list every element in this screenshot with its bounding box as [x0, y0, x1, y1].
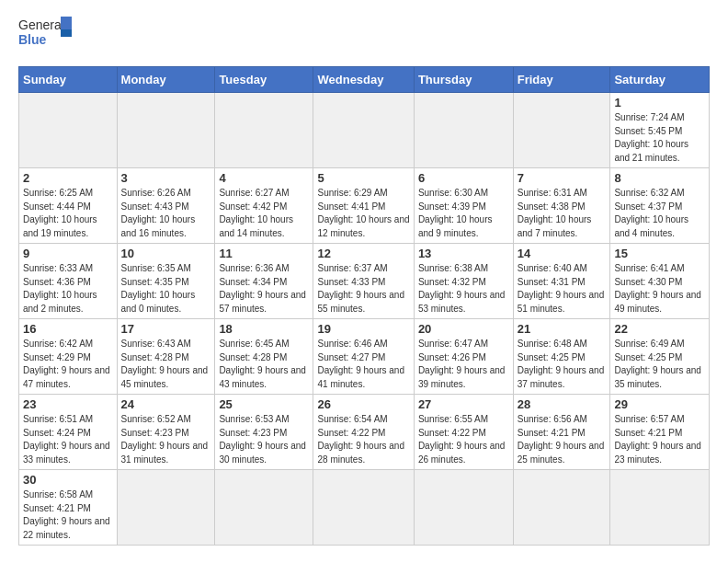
day-number: 5 — [317, 171, 409, 185]
col-header-tuesday: Tuesday — [215, 67, 313, 93]
day-info: Sunrise: 6:40 AM Sunset: 4:31 PM Dayligh… — [518, 262, 607, 316]
day-info: Sunrise: 6:31 AM Sunset: 4:38 PM Dayligh… — [518, 187, 607, 240]
col-header-saturday: Saturday — [610, 67, 710, 93]
day-info: Sunrise: 6:25 AM Sunset: 4:44 PM Dayligh… — [23, 187, 113, 240]
day-number: 22 — [614, 322, 705, 336]
day-number: 29 — [614, 397, 705, 411]
day-info: Sunrise: 6:45 AM Sunset: 4:28 PM Dayligh… — [219, 338, 309, 391]
calendar-cell: 3Sunrise: 6:26 AM Sunset: 4:43 PM Daylig… — [117, 168, 215, 244]
calendar-cell — [313, 93, 414, 168]
calendar-cell: 23Sunrise: 6:51 AM Sunset: 4:24 PM Dayli… — [19, 395, 118, 470]
calendar-cell: 27Sunrise: 6:55 AM Sunset: 4:22 PM Dayli… — [414, 395, 513, 470]
day-number: 17 — [121, 322, 211, 336]
calendar-cell: 26Sunrise: 6:54 AM Sunset: 4:22 PM Dayli… — [313, 395, 414, 470]
calendar-cell — [414, 470, 513, 546]
day-info: Sunrise: 6:29 AM Sunset: 4:41 PM Dayligh… — [317, 187, 409, 240]
day-info: Sunrise: 6:57 AM Sunset: 4:21 PM Dayligh… — [614, 413, 705, 466]
calendar-cell: 29Sunrise: 6:57 AM Sunset: 4:21 PM Dayli… — [610, 395, 710, 470]
calendar-cell: 7Sunrise: 6:31 AM Sunset: 4:38 PM Daylig… — [513, 168, 610, 244]
day-info: Sunrise: 6:41 AM Sunset: 4:30 PM Dayligh… — [614, 262, 705, 316]
day-info: Sunrise: 6:35 AM Sunset: 4:35 PM Dayligh… — [121, 262, 211, 316]
calendar-cell — [19, 93, 118, 168]
day-number: 7 — [518, 171, 607, 185]
calendar-cell: 25Sunrise: 6:53 AM Sunset: 4:23 PM Dayli… — [215, 395, 313, 470]
day-info: Sunrise: 6:38 AM Sunset: 4:32 PM Dayligh… — [418, 262, 509, 316]
day-number: 28 — [518, 397, 607, 411]
calendar-cell: 12Sunrise: 6:37 AM Sunset: 4:33 PM Dayli… — [313, 244, 414, 319]
day-number: 14 — [518, 247, 607, 260]
svg-marker-2 — [61, 17, 72, 29]
generalblue-logo-icon: General Blue — [18, 15, 74, 55]
day-number: 23 — [23, 397, 113, 411]
day-number: 18 — [219, 322, 309, 336]
week-row-2: 2Sunrise: 6:25 AM Sunset: 4:44 PM Daylig… — [19, 168, 710, 244]
week-row-5: 23Sunrise: 6:51 AM Sunset: 4:24 PM Dayli… — [19, 395, 710, 470]
svg-text:General: General — [18, 17, 64, 32]
calendar-cell: 8Sunrise: 6:32 AM Sunset: 4:37 PM Daylig… — [610, 168, 710, 244]
calendar-cell: 17Sunrise: 6:43 AM Sunset: 4:28 PM Dayli… — [117, 319, 215, 395]
day-info: Sunrise: 6:42 AM Sunset: 4:29 PM Dayligh… — [23, 338, 113, 391]
calendar-cell: 2Sunrise: 6:25 AM Sunset: 4:44 PM Daylig… — [19, 168, 118, 244]
logo: General Blue — [18, 15, 74, 55]
calendar-cell: 13Sunrise: 6:38 AM Sunset: 4:32 PM Dayli… — [414, 244, 513, 319]
calendar-cell: 28Sunrise: 6:56 AM Sunset: 4:21 PM Dayli… — [513, 395, 610, 470]
header: General Blue — [18, 15, 710, 55]
calendar-cell: 18Sunrise: 6:45 AM Sunset: 4:28 PM Dayli… — [215, 319, 313, 395]
day-number: 9 — [23, 247, 113, 260]
svg-text:Blue: Blue — [18, 32, 47, 47]
calendar-cell: 16Sunrise: 6:42 AM Sunset: 4:29 PM Dayli… — [19, 319, 118, 395]
calendar-cell: 19Sunrise: 6:46 AM Sunset: 4:27 PM Dayli… — [313, 319, 414, 395]
day-info: Sunrise: 7:24 AM Sunset: 5:45 PM Dayligh… — [614, 111, 705, 165]
calendar-cell: 14Sunrise: 6:40 AM Sunset: 4:31 PM Dayli… — [513, 244, 610, 319]
day-number: 13 — [418, 247, 509, 260]
calendar-cell — [313, 470, 414, 546]
day-info: Sunrise: 6:48 AM Sunset: 4:25 PM Dayligh… — [518, 338, 607, 391]
day-number: 12 — [317, 247, 409, 260]
day-info: Sunrise: 6:32 AM Sunset: 4:37 PM Dayligh… — [614, 187, 705, 240]
calendar-cell: 10Sunrise: 6:35 AM Sunset: 4:35 PM Dayli… — [117, 244, 215, 319]
col-header-thursday: Thursday — [414, 67, 513, 93]
day-info: Sunrise: 6:56 AM Sunset: 4:21 PM Dayligh… — [518, 413, 607, 466]
calendar-cell: 30Sunrise: 6:58 AM Sunset: 4:21 PM Dayli… — [19, 470, 118, 546]
calendar-cell — [215, 93, 313, 168]
day-info: Sunrise: 6:49 AM Sunset: 4:25 PM Dayligh… — [614, 338, 705, 391]
day-info: Sunrise: 6:43 AM Sunset: 4:28 PM Dayligh… — [121, 338, 211, 391]
calendar-cell — [513, 470, 610, 546]
day-number: 25 — [219, 397, 309, 411]
page: General Blue SundayMondayTuesdayWednesda… — [0, 0, 728, 560]
day-number: 10 — [121, 247, 211, 260]
day-number: 1 — [614, 96, 705, 109]
calendar-header-row: SundayMondayTuesdayWednesdayThursdayFrid… — [19, 67, 710, 93]
week-row-1: 1Sunrise: 7:24 AM Sunset: 5:45 PM Daylig… — [19, 93, 710, 168]
day-info: Sunrise: 6:33 AM Sunset: 4:36 PM Dayligh… — [23, 262, 113, 316]
week-row-4: 16Sunrise: 6:42 AM Sunset: 4:29 PM Dayli… — [19, 319, 710, 395]
day-info: Sunrise: 6:47 AM Sunset: 4:26 PM Dayligh… — [418, 338, 509, 391]
calendar-cell: 9Sunrise: 6:33 AM Sunset: 4:36 PM Daylig… — [19, 244, 118, 319]
svg-marker-3 — [61, 29, 72, 37]
col-header-wednesday: Wednesday — [313, 67, 414, 93]
day-info: Sunrise: 6:36 AM Sunset: 4:34 PM Dayligh… — [219, 262, 309, 316]
col-header-sunday: Sunday — [19, 67, 118, 93]
calendar: SundayMondayTuesdayWednesdayThursdayFrid… — [18, 66, 710, 546]
day-number: 11 — [219, 247, 309, 260]
day-info: Sunrise: 6:53 AM Sunset: 4:23 PM Dayligh… — [219, 413, 309, 466]
day-info: Sunrise: 6:26 AM Sunset: 4:43 PM Dayligh… — [121, 187, 211, 240]
calendar-cell: 1Sunrise: 7:24 AM Sunset: 5:45 PM Daylig… — [610, 93, 710, 168]
calendar-cell — [513, 93, 610, 168]
day-number: 16 — [23, 322, 113, 336]
day-info: Sunrise: 6:30 AM Sunset: 4:39 PM Dayligh… — [418, 187, 509, 240]
day-info: Sunrise: 6:46 AM Sunset: 4:27 PM Dayligh… — [317, 338, 409, 391]
day-number: 2 — [23, 171, 113, 185]
day-number: 15 — [614, 247, 705, 260]
calendar-cell: 21Sunrise: 6:48 AM Sunset: 4:25 PM Dayli… — [513, 319, 610, 395]
calendar-cell: 22Sunrise: 6:49 AM Sunset: 4:25 PM Dayli… — [610, 319, 710, 395]
day-number: 24 — [121, 397, 211, 411]
day-info: Sunrise: 6:58 AM Sunset: 4:21 PM Dayligh… — [23, 488, 113, 542]
day-number: 26 — [317, 397, 409, 411]
calendar-cell: 24Sunrise: 6:52 AM Sunset: 4:23 PM Dayli… — [117, 395, 215, 470]
day-number: 30 — [23, 473, 113, 487]
week-row-3: 9Sunrise: 6:33 AM Sunset: 4:36 PM Daylig… — [19, 244, 710, 319]
day-number: 6 — [418, 171, 509, 185]
day-number: 20 — [418, 322, 509, 336]
day-info: Sunrise: 6:52 AM Sunset: 4:23 PM Dayligh… — [121, 413, 211, 466]
